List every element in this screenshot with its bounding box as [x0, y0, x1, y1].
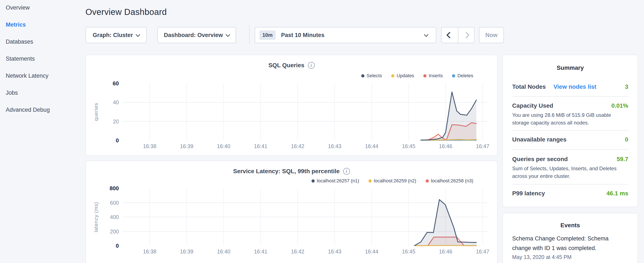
total-nodes-value: 3 — [625, 83, 628, 90]
sidebar-item-databases[interactable]: Databases — [6, 39, 50, 45]
toolbar-divider — [249, 25, 250, 45]
p99-latency-label: P99 latency — [512, 190, 545, 197]
capacity-used-description: You are using 28.6 MiB of 515.9 GiB usab… — [512, 111, 628, 127]
view-nodes-list-link[interactable]: View nodes list — [554, 83, 596, 90]
svg-text:16:39: 16:39 — [180, 143, 194, 149]
divider — [512, 149, 628, 150]
divider — [512, 130, 628, 131]
divider — [512, 184, 628, 184]
svg-text:16:45: 16:45 — [402, 143, 416, 149]
svg-text:queries: queries — [93, 103, 99, 121]
chevron-down-icon — [136, 32, 140, 37]
svg-text:40: 40 — [113, 99, 119, 105]
time-range-label: Past 10 Minutes — [281, 32, 324, 39]
sidebar-item-network-latency[interactable]: Network Latency — [6, 73, 50, 79]
time-next-button[interactable] — [458, 28, 474, 43]
svg-text:16:40: 16:40 — [217, 143, 230, 149]
capacity-used-value: 0.01% — [612, 102, 628, 109]
sidebar-item-advanced-debug[interactable]: Advanced Debug — [6, 107, 50, 113]
queries-per-second-label: Queries per second — [512, 156, 568, 163]
service-latency-chart[interactable]: 16:3816:3916:4016:4116:4216:4316:4416:45… — [86, 161, 498, 263]
svg-text:800: 800 — [110, 185, 119, 191]
chevron-left-icon — [446, 32, 453, 38]
svg-text:16:39: 16:39 — [180, 248, 194, 254]
graph-source-dropdown[interactable]: Graph: Cluster — [86, 27, 147, 43]
svg-text:latency (ms): latency (ms) — [93, 202, 99, 232]
queries-per-second-description: Sum of Selects, Updates, Inserts, and De… — [512, 165, 628, 180]
sidebar-item-metrics[interactable]: Metrics — [6, 22, 50, 28]
svg-text:16:46: 16:46 — [439, 248, 452, 254]
p99-latency-value: 46.1 ms — [606, 190, 628, 197]
svg-text:16:38: 16:38 — [143, 248, 156, 254]
time-range-dropdown[interactable]: 10m Past 10 Minutes — [255, 27, 436, 43]
time-prev-button[interactable] — [442, 28, 458, 43]
dashboard-dropdown[interactable]: Dashboard: Overview — [157, 27, 236, 43]
sql-queries-chart-card: SQL Queries i Selects Updates Inserts De… — [86, 55, 498, 156]
chevron-right-icon — [463, 32, 470, 38]
divider — [512, 96, 628, 97]
summary-row-capacity: Capacity Used 0.01% You are using 28.6 M… — [512, 102, 628, 127]
svg-text:400: 400 — [110, 214, 119, 220]
svg-text:16:46: 16:46 — [439, 143, 452, 149]
time-range-badge: 10m — [260, 31, 276, 40]
event-timestamp: May 13, 2020 at 4:45 PM — [512, 254, 618, 260]
svg-text:16:47: 16:47 — [476, 143, 490, 149]
events-title: Events — [503, 222, 638, 229]
time-step-buttons — [441, 27, 474, 43]
sql-queries-chart[interactable]: 16:3816:3916:4016:4116:4216:4316:4416:45… — [86, 55, 498, 156]
events-panel: Events Schema Change Completed: Schema c… — [502, 213, 638, 263]
svg-text:16:42: 16:42 — [291, 248, 304, 254]
unavailable-ranges-label: Unavailable ranges — [512, 136, 566, 143]
svg-text:16:40: 16:40 — [217, 248, 230, 254]
svg-text:16:44: 16:44 — [365, 143, 378, 149]
summary-row-total-nodes: Total Nodes View nodes list 3 — [512, 83, 628, 90]
service-latency-chart-card: Service Latency: SQL, 99th percentile i … — [86, 161, 498, 263]
graph-dropdown-label: Graph: Cluster — [93, 32, 133, 39]
svg-text:60: 60 — [113, 80, 119, 87]
capacity-used-label: Capacity Used — [512, 102, 553, 109]
sidebar-item-overview[interactable]: Overview — [6, 5, 50, 11]
summary-panel: Summary Total Nodes View nodes list 3 Ca… — [502, 55, 638, 207]
svg-text:16:45: 16:45 — [402, 248, 416, 254]
unavailable-ranges-value: 0 — [625, 136, 628, 143]
summary-row-qps: Queries per second 59.7 Sum of Selects, … — [512, 156, 628, 180]
svg-text:16:44: 16:44 — [365, 248, 378, 254]
svg-text:16:43: 16:43 — [328, 248, 342, 254]
svg-text:16:41: 16:41 — [254, 143, 268, 149]
chevron-down-icon — [226, 32, 230, 37]
svg-text:0: 0 — [116, 137, 119, 144]
svg-text:16:41: 16:41 — [254, 248, 268, 254]
svg-text:600: 600 — [110, 200, 119, 206]
summary-row-p99-latency: P99 latency 46.1 ms — [512, 190, 628, 197]
sidebar-item-jobs[interactable]: Jobs — [6, 90, 50, 96]
page-title: Overview Dashboard — [86, 7, 167, 17]
now-button[interactable]: Now — [479, 27, 504, 43]
event-message: Schema Change Completed: Schema change w… — [512, 234, 618, 253]
sidebar: Overview Metrics Databases Statements Ne… — [6, 5, 50, 113]
svg-text:20: 20 — [113, 119, 119, 124]
dashboard-dropdown-label: Dashboard: Overview — [164, 32, 223, 39]
svg-text:0: 0 — [116, 242, 119, 249]
summary-title: Summary — [503, 65, 638, 71]
queries-per-second-value: 59.7 — [617, 156, 628, 163]
svg-text:16:42: 16:42 — [291, 143, 304, 149]
svg-text:16:43: 16:43 — [328, 143, 342, 149]
summary-row-unavailable-ranges: Unavailable ranges 0 — [512, 136, 628, 143]
event-list-item[interactable]: Schema Change Completed: Schema change w… — [512, 234, 618, 260]
chevron-down-icon — [424, 32, 428, 37]
svg-text:16:38: 16:38 — [143, 143, 156, 149]
svg-text:16:47: 16:47 — [476, 248, 490, 254]
svg-text:200: 200 — [110, 228, 119, 234]
total-nodes-label: Total Nodes — [512, 83, 546, 90]
sidebar-item-statements[interactable]: Statements — [6, 56, 50, 62]
